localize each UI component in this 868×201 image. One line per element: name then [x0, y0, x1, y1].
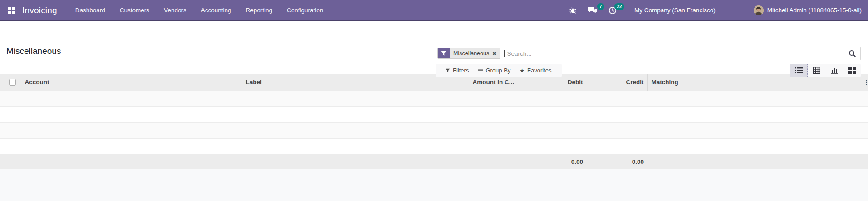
total-credit: 0.00	[587, 154, 647, 169]
menu-item-reporting[interactable]: Reporting	[238, 0, 280, 20]
group-by-label: Group By	[485, 67, 510, 74]
search-input[interactable]	[505, 50, 847, 57]
search-bar[interactable]: Miscellaneous ✖	[436, 47, 861, 60]
table-row-empty	[0, 122, 868, 138]
activities-clock-icon[interactable]: 22	[603, 0, 623, 20]
select-all-cell	[0, 74, 21, 91]
table-row-empty	[0, 138, 868, 154]
menu-item-accounting[interactable]: Accounting	[194, 0, 239, 20]
systray: 7 22 My Company (San Francisco) Mitchell…	[564, 0, 862, 20]
search-magnifier-icon[interactable]	[848, 50, 856, 59]
search-options: Filters Group By ★ Favorites	[436, 64, 562, 77]
list-view-button[interactable]	[790, 64, 808, 77]
filters-label: Filters	[453, 67, 469, 74]
filters-button[interactable]: Filters	[441, 66, 473, 75]
menu-item-customers[interactable]: Customers	[113, 0, 157, 20]
apps-menu-icon[interactable]	[6, 5, 16, 15]
select-all-checkbox[interactable]	[9, 79, 16, 86]
facet-body: Miscellaneous ✖	[450, 48, 500, 58]
page-title: Miscellaneous	[6, 46, 61, 56]
main-menu: Dashboard Customers Vendors Accounting R…	[68, 0, 331, 20]
total-debit: 0.00	[529, 154, 587, 169]
filters-funnel-icon	[446, 68, 450, 73]
filter-funnel-icon	[438, 48, 450, 58]
activities-count-badge: 22	[614, 3, 624, 10]
journal-items-table: Account Label Amount in C... Debit Credi…	[0, 74, 868, 169]
company-switcher[interactable]: My Company (San Francisco)	[634, 7, 716, 14]
pivot-view-button[interactable]	[808, 64, 825, 77]
facet-remove-icon[interactable]: ✖	[492, 51, 496, 57]
favorites-button[interactable]: ★ Favorites	[515, 66, 556, 75]
column-header-label[interactable]: Label	[242, 74, 469, 91]
favorites-star-icon: ★	[520, 67, 525, 74]
app-name[interactable]: Invoicing	[22, 5, 57, 15]
column-header-account[interactable]: Account	[21, 74, 242, 91]
group-by-bars-icon	[478, 68, 483, 73]
user-name: Mitchell Admin (11884065-15-0-all)	[767, 7, 862, 14]
facet-label: Miscellaneous	[453, 50, 489, 57]
search-facet: Miscellaneous ✖	[437, 48, 500, 59]
top-navbar: Invoicing Dashboard Customers Vendors Ac…	[0, 0, 868, 21]
table-row-empty	[0, 106, 868, 122]
control-panel-row2: Filters Group By ★ Favorites	[436, 64, 861, 77]
content-bottom-space	[0, 169, 868, 201]
group-by-button[interactable]: Group By	[473, 66, 515, 75]
menu-item-configuration[interactable]: Configuration	[280, 0, 330, 20]
menu-item-dashboard[interactable]: Dashboard	[68, 0, 113, 20]
graph-view-button[interactable]	[825, 64, 843, 77]
view-switcher	[790, 64, 861, 77]
messages-icon[interactable]: 7	[582, 0, 603, 20]
table-totals-row: 0.00 0.00	[0, 154, 868, 169]
user-menu[interactable]: Mitchell Admin (11884065-15-0-all)	[754, 5, 862, 15]
optional-columns-toggle-icon[interactable]: ⋮	[863, 74, 868, 91]
user-avatar	[754, 5, 764, 15]
menu-item-vendors[interactable]: Vendors	[157, 0, 194, 20]
control-panel: Miscellaneous Miscellaneous ✖	[0, 21, 868, 74]
kanban-view-button[interactable]	[843, 64, 861, 77]
table-row-empty	[0, 91, 868, 106]
debug-bug-icon[interactable]	[564, 0, 582, 20]
favorites-label: Favorites	[527, 67, 551, 74]
search-area: Miscellaneous ✖	[436, 47, 861, 77]
